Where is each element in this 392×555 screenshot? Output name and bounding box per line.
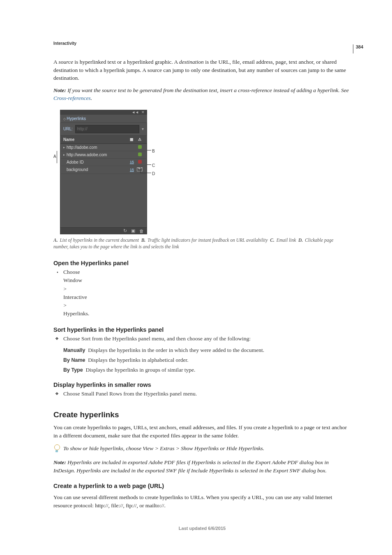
url-dropdown-icon[interactable]: ▾	[142, 127, 144, 131]
callout-label-a: A	[53, 154, 56, 159]
heading-create-hyperlinks: Create hyperlinks	[53, 410, 351, 419]
column-status-icon: ⚠	[136, 137, 144, 142]
close-icon[interactable]: ✕	[141, 110, 145, 114]
intro-paragraph: A source is hyperlinked text or a hyperl…	[53, 58, 351, 82]
new-icon[interactable]: ▣	[131, 228, 135, 234]
hyperlink-row[interactable]: ▸ http://adobe.com	[60, 144, 147, 151]
collapse-icon[interactable]: ◄◄	[131, 110, 139, 114]
heading-sort: Sort hyperlinks in the Hyperlinks panel	[53, 326, 351, 333]
lightbulb-tip-icon	[53, 444, 60, 453]
heading-smaller-rows: Display hyperlinks in smaller rows	[53, 382, 351, 388]
list-item: Choose Sort from the Hyperlinks panel me…	[58, 335, 351, 343]
column-name-header: Name	[63, 137, 127, 142]
status-dot-green	[138, 145, 142, 149]
def-body: Displays the hyperlinks in groups of sim…	[85, 367, 195, 373]
status-dot-green	[138, 153, 142, 156]
heading-open-panel: Open the Hyperlinks panel	[53, 260, 351, 266]
def-term: By Type	[63, 367, 83, 373]
hyperlink-row[interactable]: background 15	[60, 166, 147, 174]
chapter-header: Interactivity	[53, 41, 351, 46]
list-item: Choose Window > Interactive > Hyperlinks…	[58, 268, 67, 318]
hyperlink-row[interactable]: Adobe ID 15	[60, 159, 147, 166]
cross-references-link[interactable]: Cross-references	[53, 95, 91, 101]
tip-text: To show or hide hyperlinks, choose View …	[63, 444, 264, 453]
note-export: Note: Hyperlinks are included in exporte…	[53, 458, 351, 474]
def-body: Displays the hyperlinks in the order in …	[88, 347, 264, 353]
status-dot-red	[138, 160, 142, 164]
disclosure-triangle-icon[interactable]: ▸	[63, 153, 67, 157]
hyperlink-row[interactable]: ▸ http://www.adobe.com	[60, 151, 147, 159]
page-link[interactable]: 15	[126, 168, 136, 172]
hyperlinks-panel: ◄◄ ✕ Hyperlinks URL: ▾ Name ▦ ⚠ ▸ http:/…	[60, 110, 147, 234]
page-number: 384	[353, 44, 363, 53]
callout-label-d: D	[152, 171, 155, 176]
disclosure-triangle-icon[interactable]: ▸	[63, 146, 67, 149]
heading-create-url: Create a hyperlink to a web page (URL)	[53, 483, 351, 489]
mail-icon	[137, 167, 143, 171]
def-term: By Name	[63, 357, 85, 363]
callout-label-b: B	[152, 149, 155, 153]
create-url-body: You can use several different methods to…	[53, 493, 351, 509]
figure-caption: A. List of hyperlinks in the current doc…	[53, 237, 349, 250]
column-page-icon: ▦	[127, 137, 136, 142]
page-link[interactable]: 15	[126, 160, 136, 164]
panel-titlebar: ◄◄ ✕	[60, 110, 147, 115]
url-input[interactable]	[75, 125, 139, 133]
note-cross-references: Note: If you want the source text to be …	[53, 86, 351, 102]
create-intro: You can create hyperlinks to pages, URLs…	[53, 423, 351, 439]
trash-icon[interactable]: 🗑	[139, 229, 144, 234]
url-label: URL:	[63, 127, 73, 131]
callout-label-c: C	[152, 163, 155, 168]
def-body: Displays the hyperlinks in alphabetical …	[88, 357, 188, 363]
def-term: Manually	[63, 347, 85, 353]
footer-last-updated: Last updated 6/6/2015	[53, 526, 351, 531]
refresh-icon[interactable]: ↻	[123, 228, 127, 234]
list-item: Choose Small Panel Rows from the Hyperli…	[58, 390, 351, 398]
panel-tab-hyperlinks[interactable]: Hyperlinks	[60, 115, 147, 123]
